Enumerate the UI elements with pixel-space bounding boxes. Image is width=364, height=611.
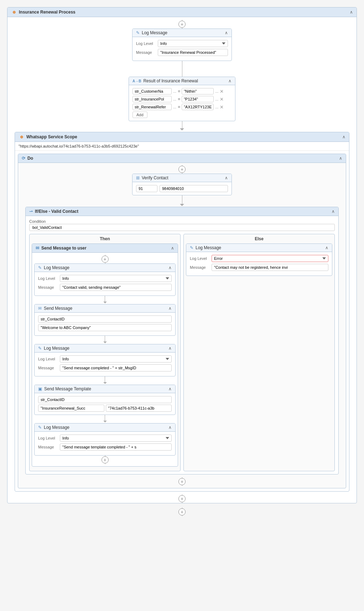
connector-1: + [15,20,349,29]
message-4-label: Message [38,445,58,449]
assign-val-1[interactable] [182,88,214,94]
whatsapp-scope-title-area: ⊕ Whatsapp Service Scope [19,134,77,140]
log-message-2-collapse[interactable]: ∧ [168,265,172,270]
log-message-1-collapse[interactable]: ∧ [225,30,228,35]
template-contact-id-input[interactable] [38,396,172,403]
ifelse-title-area: ⇀ If/Else - Valid Contact [29,209,78,214]
message-2-input[interactable] [60,284,172,291]
send-msg-connector-end: + [34,456,176,464]
log-level-2-select[interactable]: Info [60,275,172,282]
send-msg-add-1[interactable]: + [102,256,109,263]
do-scope-collapse[interactable]: ∧ [339,156,342,161]
log-level-4-row: Log Level Info [38,435,172,442]
message-1-input[interactable] [158,49,228,56]
assign-eq-1: = [178,89,180,94]
message-4-input[interactable] [60,443,172,451]
whatsapp-scope-collapse[interactable]: ∧ [342,134,345,139]
log-level-else-select[interactable]: Error [212,255,328,262]
assign-delete-3[interactable]: ✕ [220,104,224,110]
result-assignment-block: A→B Result of Insurance Renewal ∧ ... = … [129,77,235,121]
send-message-title: Send Message [44,306,72,311]
log-message-else-body: Log Level Error [186,252,332,276]
log-message-1-title: Log Message [142,30,167,35]
ifelse-collapse[interactable]: ∧ [332,209,335,214]
ifelse-title: If/Else - Valid Contact [35,209,78,214]
assign-dots-1a[interactable]: ... [173,89,176,93]
log-level-else-row: Log Level Error [190,255,328,262]
log-message-2-title: Log Message [44,265,69,270]
result-assignment-collapse[interactable]: ∧ [228,78,232,83]
log-message-1-header: ✎ Log Message ∧ [132,29,232,37]
log-message-4-block: ✎ Log Message ∧ [34,423,176,456]
add-step-1[interactable]: + [178,21,186,28]
verify-phone[interactable] [160,185,228,192]
log-level-1-value: Info [158,40,228,47]
log-level-4-select[interactable]: Info [60,435,172,442]
page-wrapper: ⊕ Insurance Renewal Process ∧ + ✎ Log Me… [0,0,364,611]
assign-val-2[interactable] [182,96,214,102]
message-1-row: Message [136,49,228,56]
message-4-value [60,443,172,451]
assignment-icon: A→B [132,79,141,83]
verify-contact-collapse[interactable]: ∧ [225,175,228,180]
assign-dots-3b[interactable]: ... [215,105,218,109]
insurance-renewal-scope: ⊕ Insurance Renewal Process ∧ + ✎ Log Me… [7,7,357,503]
verify-contact-fields [136,185,228,192]
condition-input[interactable] [29,224,335,231]
verify-contact-title: Verify Contact [142,175,168,180]
log-message-else-collapse[interactable]: ∧ [325,245,328,250]
message-else-input[interactable] [212,264,328,271]
send-msg-add-end[interactable]: + [102,456,109,463]
assign-val-3[interactable] [182,104,214,110]
log-message-4-collapse[interactable]: ∧ [168,425,172,430]
log-level-2-label: Log Level [38,276,58,281]
log-message-1-wrapper: ✎ Log Message ∧ Log Level Info [15,29,349,61]
global-add-end[interactable]: + [178,508,186,515]
send-template-collapse[interactable]: ∧ [168,386,172,391]
log-message-3-collapse[interactable]: ∧ [168,346,172,351]
assign-dots-2b[interactable]: ... [215,97,218,101]
template-id-input[interactable] [106,405,172,412]
assign-var-1[interactable] [132,88,172,94]
send-message-text-input[interactable] [38,324,172,331]
verify-country-code[interactable] [136,185,157,192]
log-level-1-select[interactable]: Info [158,40,228,47]
send-triangle-1 [34,302,176,303]
send-message-collapse[interactable]: ∧ [168,306,172,311]
assign-dots-2a[interactable]: ... [173,97,176,101]
assign-dots-1b[interactable]: ... [215,89,218,93]
message-3-value [60,364,172,371]
template-name-id-row [38,405,172,412]
log-level-3-value: Info [60,355,172,363]
send-msg-connector-1: + [34,255,176,263]
send-msg-scope: ✉ Send Message to user ∧ [32,243,178,467]
assign-delete-1[interactable]: ✕ [220,89,224,94]
insurance-add-end[interactable]: + [178,495,186,502]
do-add-step-1[interactable]: + [178,166,186,173]
log-message-1-title-area: ✎ Log Message [136,30,167,35]
template-name-input[interactable] [38,405,104,412]
message-3-input[interactable] [60,364,172,371]
connector-2 [15,61,349,70]
log-level-1-row: Log Level Info [136,40,228,47]
arrow-down-triangle [15,128,349,130]
do-add-end[interactable]: + [178,478,186,485]
assign-eq-2: = [178,97,180,102]
add-assignment-button[interactable]: Add [132,112,147,118]
do-arrow-triangle [22,204,342,206]
assign-var-2[interactable] [132,96,172,102]
insurance-connector-end: + [7,494,357,503]
send-contact-id-input[interactable] [38,315,172,323]
insurance-scope-collapse[interactable]: ∧ [350,10,353,15]
log-message-else-icon: ✎ [190,245,193,250]
send-msg-collapse[interactable]: ∧ [171,246,174,251]
send-template-icon: ▣ [38,386,42,391]
else-column: Else ✎ Log Message [183,234,335,471]
log-level-3-select[interactable]: Info [60,355,172,363]
send-message-icon: ✉ [38,306,42,311]
assign-var-3[interactable] [132,104,172,110]
assign-dots-3a[interactable]: ... [173,105,176,109]
message-2-row: Message [38,284,172,291]
assign-delete-2[interactable]: ✕ [220,97,224,102]
send-triangle-3 [34,382,176,384]
